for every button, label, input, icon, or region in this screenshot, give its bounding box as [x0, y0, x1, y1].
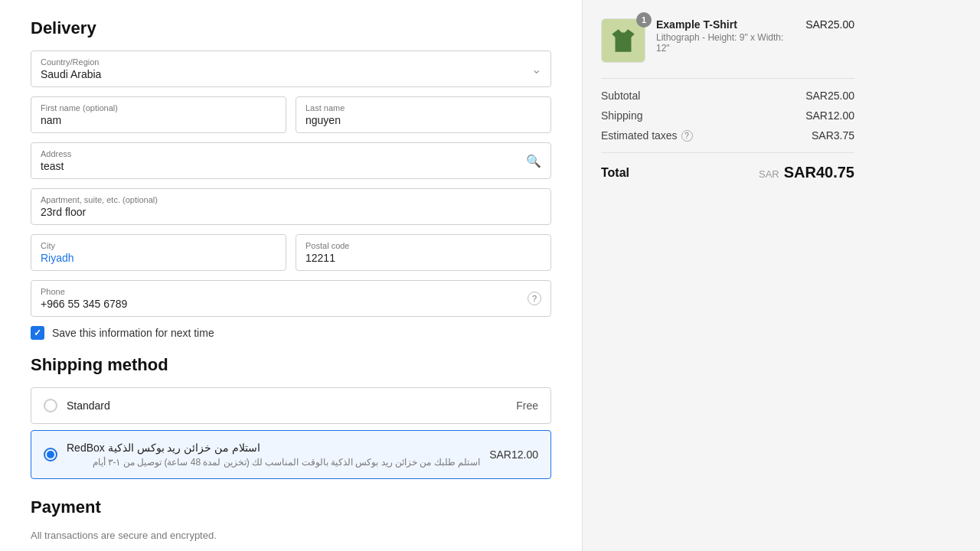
- product-image-wrap: 1: [601, 18, 645, 63]
- payment-section: Payment All transactions are secure and …: [31, 497, 551, 551]
- help-icon: ?: [528, 292, 541, 305]
- save-label: Save this information for next time: [52, 327, 214, 339]
- shipping-redbox-label: RedBox استلام من خزائن ريد بوكس الذكية: [67, 442, 480, 454]
- save-info-row: Save this information for next time: [31, 326, 551, 340]
- shipping-standard-label: Standard: [67, 399, 507, 412]
- phone-label: Phone: [41, 287, 541, 296]
- city-label: City: [41, 241, 276, 250]
- address-field[interactable]: Address teast 🔍: [31, 142, 551, 179]
- save-checkbox[interactable]: [31, 326, 44, 340]
- total-label: Total: [601, 166, 629, 180]
- shipping-label: Shipping: [601, 109, 643, 122]
- first-name-field[interactable]: First name (optional) nam: [31, 96, 286, 133]
- shipping-redbox-desc: استلم طلبك من خزائن ريد بوكس الذكية بالو…: [67, 457, 480, 468]
- subtotal-row: Subtotal SAR25.00: [601, 90, 854, 102]
- shipping-value: SAR12.00: [805, 109, 854, 122]
- postal-field[interactable]: Postal code 12211: [296, 234, 551, 271]
- country-value: Saudi Arabia: [41, 68, 541, 80]
- apartment-label: Apartment, suite, etc. (optional): [41, 195, 541, 204]
- product-row: 1 Example T-Shirt Lithograph - Height: 9…: [601, 18, 854, 63]
- shipping-method-title: Shipping method: [31, 355, 551, 375]
- divider-1: [601, 78, 854, 79]
- country-field[interactable]: Country/Region Saudi Arabia ⌄: [31, 51, 551, 87]
- subtotal-value: SAR25.00: [805, 90, 854, 102]
- taxes-label: Estimated taxes ?: [601, 129, 693, 142]
- total-value-wrap: SAR SAR40.75: [759, 164, 854, 181]
- shipping-option-redbox[interactable]: RedBox استلام من خزائن ريد بوكس الذكية ا…: [31, 430, 551, 479]
- delivery-title: Delivery: [31, 18, 551, 38]
- last-name-field[interactable]: Last name nguyen: [296, 96, 551, 133]
- product-info: Example T-Shirt Lithograph - Height: 9" …: [656, 18, 795, 54]
- product-desc: Lithograph - Height: 9" x Width: 12": [656, 32, 795, 54]
- divider-2: [601, 152, 854, 153]
- order-summary-sidebar: 1 Example T-Shirt Lithograph - Height: 9…: [582, 0, 873, 551]
- first-name-label: First name (optional): [41, 103, 276, 112]
- radio-redbox[interactable]: [44, 448, 57, 461]
- shipping-row: Shipping SAR12.00: [601, 109, 854, 122]
- product-price: SAR25.00: [805, 18, 854, 31]
- last-name-label: Last name: [305, 103, 541, 112]
- postal-value: 12211: [305, 252, 541, 264]
- chevron-down-icon: ⌄: [531, 62, 541, 77]
- first-name-value: nam: [41, 114, 276, 126]
- taxes-info-icon[interactable]: ?: [681, 130, 693, 142]
- postal-label: Postal code: [305, 241, 541, 250]
- subtotal-label: Subtotal: [601, 90, 640, 102]
- address-value: teast: [41, 160, 541, 172]
- country-label: Country/Region: [41, 57, 541, 67]
- product-tshirt-icon: [607, 24, 639, 57]
- shipping-redbox-price: SAR12.00: [489, 448, 538, 461]
- apartment-field[interactable]: Apartment, suite, etc. (optional) 23rd f…: [31, 188, 551, 225]
- shipping-option-standard[interactable]: Standard Free: [31, 387, 551, 424]
- search-icon: 🔍: [526, 154, 541, 168]
- apartment-value: 23rd floor: [41, 206, 541, 218]
- product-badge: 1: [636, 12, 652, 28]
- shipping-standard-price: Free: [516, 399, 538, 412]
- product-name: Example T-Shirt: [656, 18, 795, 31]
- payment-subtitle: All transactions are secure and encrypte…: [31, 530, 551, 541]
- taxes-value: SAR3.75: [812, 129, 854, 142]
- payment-title: Payment: [31, 497, 551, 517]
- total-row: Total SAR SAR40.75: [601, 164, 854, 181]
- total-value: SAR40.75: [784, 164, 854, 181]
- total-currency: SAR: [759, 168, 779, 180]
- radio-standard[interactable]: [44, 399, 57, 412]
- phone-field[interactable]: Phone +966 55 345 6789 ?: [31, 280, 551, 317]
- last-name-value: nguyen: [305, 114, 541, 126]
- city-value: Riyadh: [41, 252, 276, 264]
- city-field[interactable]: City Riyadh: [31, 234, 286, 271]
- svg-marker-0: [612, 29, 634, 51]
- phone-value: +966 55 345 6789: [41, 298, 541, 310]
- taxes-row: Estimated taxes ? SAR3.75: [601, 129, 854, 142]
- address-label: Address: [41, 149, 541, 158]
